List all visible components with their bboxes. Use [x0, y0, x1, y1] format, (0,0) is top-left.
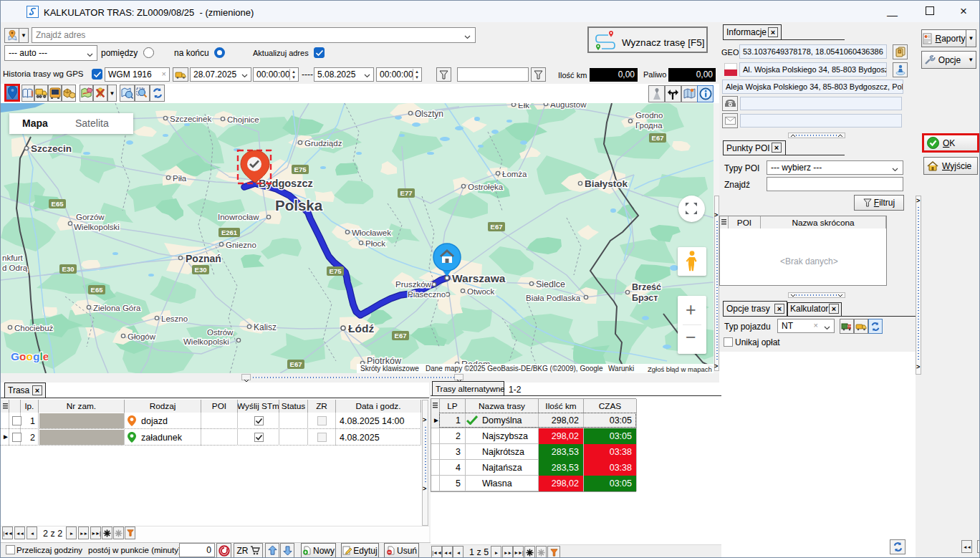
svg-text:Wielkopolski: Wielkopolski: [183, 337, 229, 346]
svg-text:Гродна: Гродна: [635, 121, 663, 130]
svg-text:Siedlce: Siedlce: [536, 279, 565, 289]
svg-text:E65: E65: [52, 200, 64, 208]
svg-text:Piaseczno: Piaseczno: [408, 290, 446, 299]
svg-text:E77: E77: [400, 189, 413, 197]
svg-text:Otwock: Otwock: [467, 287, 495, 296]
svg-text:Płock: Płock: [365, 239, 385, 248]
svg-text:Gniezno: Gniezno: [226, 241, 256, 249]
svg-text:E75: E75: [294, 165, 307, 173]
svg-text:Inowrocław: Inowrocław: [218, 213, 259, 221]
svg-text:Brześć: Brześć: [632, 282, 661, 292]
svg-text:Ostrów: Ostrów: [207, 328, 234, 337]
svg-text:Polska: Polska: [275, 197, 323, 213]
svg-text:E67: E67: [395, 332, 407, 340]
svg-text:Szczecinek: Szczecinek: [170, 115, 211, 123]
svg-text:E75: E75: [330, 267, 342, 275]
svg-text:Warszawa: Warszawa: [452, 272, 506, 284]
svg-text:Брэст: Брэст: [632, 293, 658, 303]
svg-text:Łódź: Łódź: [348, 322, 374, 335]
svg-text:Szczecin: Szczecin: [31, 143, 72, 154]
svg-text:Biała Podlaska: Biała Podlaska: [526, 294, 581, 302]
svg-text:E261: E261: [221, 229, 238, 236]
svg-text:Kalisz: Kalisz: [254, 322, 277, 332]
svg-text:Grodno: Grodno: [635, 111, 663, 120]
svg-text:nkfurt: nkfurt: [2, 254, 24, 262]
svg-text:Ełk: Ełk: [518, 103, 529, 110]
svg-text:Głogów: Głogów: [128, 332, 156, 341]
svg-text:Włocławek: Włocławek: [352, 229, 391, 237]
svg-text:E67: E67: [652, 134, 664, 142]
svg-text:DMC: DMC: [847, 324, 852, 328]
svg-text:E30: E30: [195, 266, 207, 274]
svg-text:Zielona Góra: Zielona Góra: [93, 304, 141, 312]
svg-text:E67: E67: [290, 360, 302, 368]
svg-text:E65: E65: [91, 286, 104, 294]
svg-text:Piła: Piła: [173, 174, 187, 183]
svg-text:E67: E67: [491, 223, 503, 231]
svg-text:Poznań: Poznań: [186, 253, 221, 264]
svg-text:Wielkopolski: Wielkopolski: [74, 223, 120, 231]
svg-text:Leszno: Leszno: [161, 314, 188, 323]
svg-text:Olsztyn: Olsztyn: [415, 109, 443, 119]
svg-text:Chociebuż: Chociebuż: [14, 324, 54, 332]
svg-text:d Odrą: d Odrą: [2, 264, 28, 272]
svg-text:E30: E30: [62, 265, 75, 273]
svg-text:Gorzów: Gorzów: [76, 213, 105, 221]
svg-text:Augustów: Augustów: [550, 103, 587, 109]
svg-text:Pruszków: Pruszków: [395, 280, 432, 289]
svg-text:Łomża: Łomża: [502, 170, 527, 178]
svg-text:Chojnice: Chojnice: [227, 115, 259, 124]
svg-text:Białystok: Białystok: [585, 178, 628, 189]
svg-text:Google: Google: [11, 351, 48, 362]
svg-text:Ostrołęka: Ostrołęka: [468, 183, 504, 191]
svg-text:Grudziądz: Grudziądz: [304, 139, 342, 148]
